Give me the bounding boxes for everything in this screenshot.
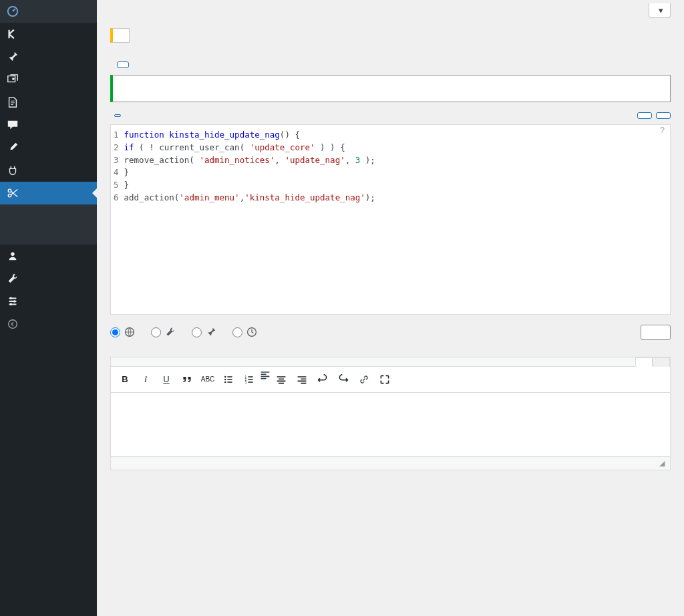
submenu-import[interactable] xyxy=(0,228,97,237)
editor-toolbar: B I U ABC 123 xyxy=(111,367,670,393)
bold-button[interactable]: B xyxy=(115,369,135,390)
priority-input[interactable] xyxy=(641,325,671,340)
align-left-button[interactable] xyxy=(260,369,271,390)
update-notice xyxy=(110,28,130,43)
sidebar-item-posts[interactable] xyxy=(0,45,97,68)
sidebar-item-plugins[interactable] xyxy=(0,159,97,182)
code-editor[interactable]: ? 123456 function kinsta_hide_update_nag… xyxy=(110,124,671,315)
scope-admin[interactable] xyxy=(151,327,180,337)
scope-everywhere[interactable] xyxy=(110,327,139,337)
wrench-icon xyxy=(165,327,176,337)
italic-button[interactable]: I xyxy=(136,369,156,390)
tool-icon xyxy=(7,273,19,285)
resize-handle[interactable]: ◢ xyxy=(659,459,665,468)
chevron-down-icon: ▾ xyxy=(659,5,663,15)
svg-point-7 xyxy=(10,303,13,306)
line-gutter: 123456 xyxy=(111,126,124,207)
sidebar-item-comments[interactable] xyxy=(0,114,97,136)
admin-sidebar xyxy=(0,0,97,616)
help-tab[interactable]: ▾ xyxy=(649,3,671,18)
sidebar-submenu xyxy=(0,204,97,245)
undo-button[interactable] xyxy=(313,369,333,390)
plugin-icon xyxy=(7,164,19,176)
submenu-all-snippets[interactable] xyxy=(0,204,97,212)
save-changes-button[interactable] xyxy=(637,112,652,119)
sidebar-item-kinsta[interactable] xyxy=(0,23,97,45)
kinsta-icon xyxy=(7,28,19,40)
sidebar-item-appearance[interactable] xyxy=(0,136,97,159)
clock-icon xyxy=(246,327,257,337)
fullscreen-button[interactable] xyxy=(375,369,395,390)
page-icon xyxy=(7,96,19,108)
scope-radio-admin[interactable] xyxy=(151,327,161,337)
visual-tab[interactable] xyxy=(635,357,653,367)
svg-point-1 xyxy=(12,78,15,80)
underline-button[interactable]: U xyxy=(156,369,176,390)
scope-radio-frontend[interactable] xyxy=(192,327,202,337)
user-icon xyxy=(7,250,19,262)
align-center-button[interactable] xyxy=(271,369,291,390)
collapse-menu[interactable] xyxy=(0,313,97,335)
submenu-settings[interactable] xyxy=(0,237,97,245)
deactivate-button[interactable] xyxy=(656,112,671,119)
pin-icon xyxy=(206,327,216,337)
sidebar-item-dashboard[interactable] xyxy=(0,0,97,23)
scope-radio-everywhere[interactable] xyxy=(110,327,120,337)
bullet-list-button[interactable] xyxy=(218,369,238,390)
number-list-button[interactable]: 123 xyxy=(239,369,259,390)
sidebar-item-pages[interactable] xyxy=(0,91,97,114)
scissors-icon xyxy=(7,187,19,199)
description-editor: B I U ABC 123 ◢ xyxy=(110,357,671,470)
submenu-edit-snippet[interactable] xyxy=(0,212,97,220)
svg-point-5 xyxy=(10,297,13,300)
description-content[interactable] xyxy=(111,393,670,456)
php-tag xyxy=(114,114,121,117)
sidebar-item-users[interactable] xyxy=(0,245,97,267)
svg-point-8 xyxy=(9,320,17,329)
brush-icon xyxy=(7,142,19,154)
submenu-add-new[interactable] xyxy=(0,220,97,228)
align-right-button[interactable] xyxy=(292,369,312,390)
pin-icon xyxy=(7,51,19,63)
sidebar-item-settings[interactable] xyxy=(0,290,97,313)
comment-icon xyxy=(7,119,19,131)
main-content: ▾ ? 123456 xyxy=(97,0,684,616)
scope-radio-once[interactable] xyxy=(232,327,242,337)
quote-button[interactable] xyxy=(177,369,197,390)
sidebar-item-snippets[interactable] xyxy=(0,182,97,204)
dashboard-icon xyxy=(7,5,19,17)
svg-point-13 xyxy=(224,381,226,382)
settings-icon xyxy=(7,295,19,307)
add-new-button[interactable] xyxy=(117,61,129,68)
help-icon[interactable]: ? xyxy=(660,125,665,135)
svg-point-6 xyxy=(13,300,16,303)
media-icon xyxy=(7,73,19,86)
text-tab[interactable] xyxy=(653,357,670,367)
scope-once[interactable] xyxy=(232,327,261,337)
globe-icon xyxy=(124,327,135,337)
sidebar-item-tools[interactable] xyxy=(0,267,97,290)
collapse-icon xyxy=(7,318,19,330)
strikethrough-button[interactable]: ABC xyxy=(198,369,218,390)
svg-point-4 xyxy=(11,253,14,256)
svg-point-12 xyxy=(224,378,226,379)
scope-frontend[interactable] xyxy=(192,327,220,337)
code-content[interactable]: function kinsta_hide_update_nag() { if (… xyxy=(124,126,670,207)
link-button[interactable] xyxy=(354,369,374,390)
svg-point-11 xyxy=(224,375,226,377)
sidebar-item-media[interactable] xyxy=(0,68,97,91)
redo-button[interactable] xyxy=(333,369,353,390)
snippet-title-input[interactable] xyxy=(110,75,671,102)
svg-text:3: 3 xyxy=(245,380,247,383)
